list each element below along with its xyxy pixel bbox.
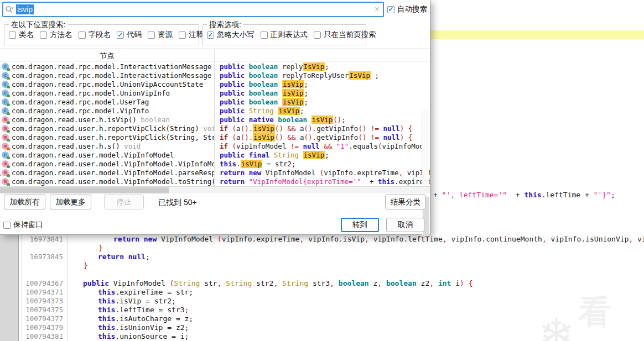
node-name: com.dragon.read.user.model.VipInfoModel xyxy=(12,151,174,159)
results-body: ccom.dragon.read.rpc.model.Interactivati… xyxy=(0,62,430,186)
keep-window-checkbox-box[interactable]: ✓ xyxy=(3,222,11,229)
code-preview-cell: return "VipInfoModel{expireTime='" + thi… xyxy=(214,177,430,186)
auto-search-checkbox-box[interactable]: ✓ xyxy=(387,6,394,13)
current-page-only-checkbox-box[interactable]: ✓ xyxy=(314,32,321,39)
method-icon: m xyxy=(2,169,9,176)
code-preview-cell: if (a().isVip() && a().getVipInfo() != n… xyxy=(214,133,430,141)
node-cell: ccom.dragon.read.rpc.model.UnionVipInfo xyxy=(0,89,214,97)
visibility-dot-icon xyxy=(7,77,10,80)
editor-left-margin xyxy=(0,235,19,341)
node-cell: ccom.dragon.read.rpc.model.VipInfo xyxy=(0,107,214,115)
node-name: com.dragon.read.user.model.VipInfoModel.… xyxy=(12,177,214,186)
line-number: 16973845 xyxy=(22,253,63,261)
class-icon: c xyxy=(2,151,9,159)
result-row[interactable]: mcom.dragon.read.user.model.VipInfoModel… xyxy=(0,159,430,168)
code-preview-cell: if (vipInfoModel != null && "1".equals(v… xyxy=(214,142,430,150)
resource-label: 资源 xyxy=(158,30,173,40)
visibility-dot-icon xyxy=(7,68,10,71)
code-checkbox-box[interactable]: ✓ xyxy=(117,32,124,39)
result-row[interactable]: ccom.dragon.read.rpc.model.UnionVipInfop… xyxy=(0,88,430,97)
node-name: com.dragon.read.user.h.reportVipClick(St… xyxy=(12,133,214,141)
result-row[interactable]: ccom.dragon.read.user.model.VipInfoModel… xyxy=(0,150,430,159)
class-name-checkbox-box[interactable]: ✓ xyxy=(9,32,16,39)
node-name: com.dragon.read.rpc.model.UnionVipInfo xyxy=(12,89,170,97)
node-cell: mcom.dragon.read.user.model.VipInfoModel… xyxy=(0,160,214,168)
checkbox-class-name[interactable]: ✓类名 xyxy=(9,30,34,40)
results-table-header[interactable]: 节点 xyxy=(0,49,430,61)
result-row[interactable]: ccom.dragon.read.rpc.model.VipInfopublic… xyxy=(0,106,430,115)
class-icon: c xyxy=(2,81,9,88)
visibility-dot-icon xyxy=(7,121,10,124)
class-name-label: 类名 xyxy=(19,30,34,40)
node-cell: ccom.dragon.read.rpc.model.Interactivati… xyxy=(0,71,214,80)
comment-checkbox-box[interactable]: ✓ xyxy=(179,32,186,39)
search-icon[interactable] xyxy=(5,5,14,14)
result-row[interactable]: ccom.dragon.read.rpc.model.UnionVipAccou… xyxy=(0,80,430,88)
cancel-button[interactable]: 取消 xyxy=(386,218,424,232)
resource-checkbox-box[interactable]: ✓ xyxy=(148,32,155,39)
regex-checkbox-box[interactable]: ✓ xyxy=(261,32,268,39)
stop-button: 停止 xyxy=(104,195,144,209)
code-text: return new VipInfoModel (vipInfo.expireT… xyxy=(113,235,644,243)
search-input[interactable]: isvip × xyxy=(2,2,384,17)
status-found-count: 已找到 50+ xyxy=(158,198,197,208)
goto-button[interactable]: 转到 xyxy=(341,218,379,232)
code-preview-cell: public boolean replyIsVip; xyxy=(214,62,430,71)
result-row[interactable]: mcom.dragon.read.user.model.VipInfoModel… xyxy=(0,177,430,186)
visibility-dot-icon xyxy=(7,174,10,177)
method-icon: m xyxy=(2,116,9,123)
clear-search-icon[interactable]: × xyxy=(375,5,380,14)
field-name-checkbox-box[interactable]: ✓ xyxy=(79,32,86,39)
checkbox-method-name[interactable]: ✓方法名 xyxy=(40,30,72,40)
checkbox-auto-search[interactable]: ✓ 自动搜索 xyxy=(387,4,427,14)
checkbox-field-name[interactable]: ✓字段名 xyxy=(79,30,111,40)
visibility-dot-icon xyxy=(7,183,10,186)
code-preview-cell: public boolean isVip; xyxy=(214,89,430,97)
result-row[interactable]: ccom.dragon.read.rpc.model.Interactivati… xyxy=(0,71,430,80)
checkbox-resource[interactable]: ✓资源 xyxy=(148,30,173,40)
node-column-header[interactable]: 节点 xyxy=(0,51,214,61)
code-text: } xyxy=(84,261,88,270)
comment-label: 注释 xyxy=(189,30,204,40)
result-row[interactable]: mcom.dragon.read.user.h.reportVipClick(S… xyxy=(0,124,430,133)
visibility-dot-icon xyxy=(7,95,10,97)
line-number: 100794377 xyxy=(22,314,63,323)
load-all-button[interactable]: 加载所有 xyxy=(4,195,45,209)
visibility-dot-icon xyxy=(7,148,10,150)
vertical-scrollbar[interactable] xyxy=(422,111,429,235)
regex-label: 正则表达式 xyxy=(271,30,308,40)
horizontal-scrollbar[interactable] xyxy=(0,186,430,193)
node-name: com.dragon.read.rpc.model.Interactivatio… xyxy=(12,62,211,71)
result-row[interactable]: mcom.dragon.read.user.h.isVip() booleanp… xyxy=(0,115,430,124)
results-table: 节点 ccom.dragon.read.rpc.model.Interactiv… xyxy=(0,49,430,187)
classify-results-button[interactable]: 结果分类 xyxy=(385,195,426,209)
horizontal-scrollbar-thumb[interactable] xyxy=(0,187,169,193)
visibility-dot-icon xyxy=(7,156,10,159)
search-scope-group: 在以下位置搜索: ✓类名✓方法名✓字段名✓代码✓资源✓注释 xyxy=(4,24,199,45)
load-more-button[interactable]: 加载更多 xyxy=(50,195,91,209)
checkbox-comment[interactable]: ✓注释 xyxy=(179,30,204,40)
node-cell: mcom.dragon.read.user.h.reportVipClick(S… xyxy=(0,124,214,133)
editor-code-line: + "', leftTime='" + this.leftTime + "'}"… xyxy=(433,191,615,200)
checkbox-current-page-only[interactable]: ✓只在当前页搜索 xyxy=(314,30,376,40)
result-row[interactable]: ccom.dragon.read.rpc.model.UserTagpublic… xyxy=(0,97,430,106)
node-name: com.dragon.read.user.model.VipInfoModel.… xyxy=(12,160,214,168)
checkbox-code[interactable]: ✓代码 xyxy=(117,30,142,40)
result-row[interactable]: mcom.dragon.read.user.h.reportVipClick(S… xyxy=(0,133,430,141)
code-preview-cell: public final String isVip; xyxy=(214,151,430,159)
node-name: com.dragon.read.rpc.model.UserTag xyxy=(12,98,149,106)
gutter-separator xyxy=(67,235,68,341)
result-row[interactable]: mcom.dragon.read.user.model.VipInfoModel… xyxy=(0,168,430,177)
checkbox-regex[interactable]: ✓正则表达式 xyxy=(261,30,308,40)
auto-search-label: 自动搜索 xyxy=(397,4,427,14)
method-name-checkbox-box[interactable]: ✓ xyxy=(40,32,47,39)
field-name-label: 字段名 xyxy=(89,30,111,40)
checkbox-keep-window[interactable]: ✓ 保持窗口 xyxy=(3,220,43,230)
node-type-suffix: void xyxy=(120,142,141,150)
result-row[interactable]: mcom.dragon.read.user.h.s() voidif (vipI… xyxy=(0,141,430,150)
code-text: this.isAutoCharge = z; xyxy=(98,314,193,323)
checkbox-ignore-case[interactable]: ✓忽略大小写 xyxy=(207,30,255,40)
node-type-suffix: boolean xyxy=(137,116,170,124)
ignore-case-checkbox-box[interactable]: ✓ xyxy=(207,32,214,39)
result-row[interactable]: ccom.dragon.read.rpc.model.Interactivati… xyxy=(0,62,430,71)
